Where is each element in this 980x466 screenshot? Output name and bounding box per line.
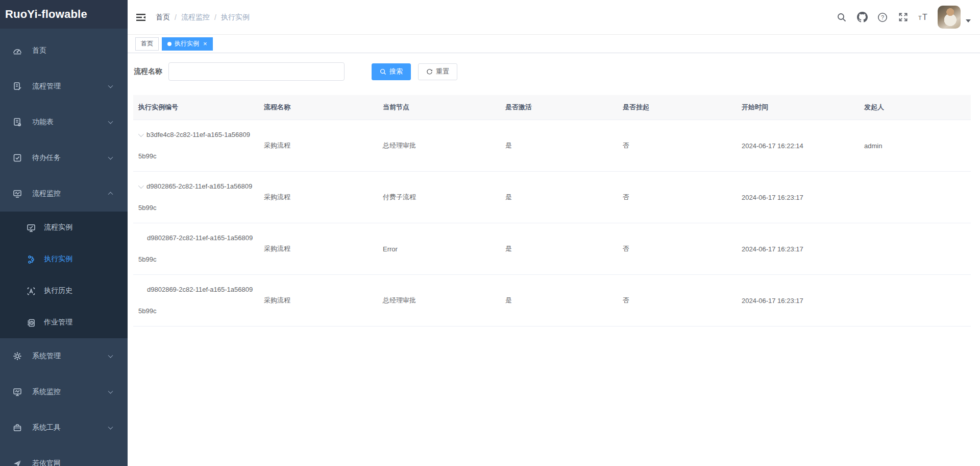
sidebar-item-label: 若依官网 (32, 459, 61, 466)
is-active-cell: 是 (500, 275, 618, 327)
is-suspended-cell: 否 (618, 120, 737, 172)
sidebar-item-system-tools[interactable]: 系统工具 (0, 410, 128, 446)
tag-label: 执行实例 (175, 39, 199, 48)
svg-text:T: T (918, 15, 922, 21)
breadcrumb-separator: / (214, 13, 216, 21)
sidebar-item-label: 系统监控 (32, 387, 61, 397)
start-time-cell: 2024-06-17 16:22:14 (737, 120, 859, 172)
sidebar-item-label: 执行历史 (44, 286, 72, 295)
chevron-down-icon (108, 425, 113, 430)
current-node-cell: 总经理审批 (378, 275, 500, 327)
col-header-start-time: 开始时间 (737, 95, 859, 120)
refresh-icon (426, 68, 433, 75)
current-node-cell: 付费子流程 (378, 172, 500, 223)
table-row: d9802869-2c82-11ef-a165-1a568095b99c 采购流… (133, 275, 971, 327)
navbar-actions: ? TT (831, 6, 971, 29)
tag-execution-instance[interactable]: 执行实例 × (162, 37, 213, 51)
checkbox-icon (13, 153, 22, 162)
history-icon (27, 287, 35, 295)
help-icon[interactable]: ? (872, 7, 893, 28)
search-icon (380, 68, 386, 75)
execution-instance-table: 执行实例编号 流程名称 当前节点 是否激活 是否挂起 开始时间 发起人 b3df… (133, 95, 971, 327)
sidebar-item-label: 首页 (32, 46, 46, 55)
process-name-cell: 采购流程 (259, 172, 378, 223)
sidebar-item-job-management[interactable]: 作业管理 (0, 307, 128, 338)
start-time-cell: 2024-06-17 16:23:17 (737, 223, 859, 275)
paper-plane-icon (13, 459, 22, 466)
initiator-cell (859, 223, 971, 275)
search-icon[interactable] (831, 7, 852, 28)
expand-row-icon[interactable] (138, 131, 144, 137)
reset-button-label: 重置 (436, 67, 449, 76)
sidebar-item-label: 流程管理 (32, 82, 61, 91)
svg-text:T: T (922, 13, 927, 21)
table-row: d9802867-2c82-11ef-a165-1a568095b99c 采购流… (133, 223, 971, 275)
execution-id: d9802867-2c82-11ef-a165-1a568095b99c (138, 234, 253, 263)
form-icon (13, 118, 22, 127)
sidebar-item-home[interactable]: 首页 (0, 33, 128, 68)
sidebar-toggle-icon[interactable] (135, 12, 146, 23)
breadcrumb-execution-instance: 执行实例 (221, 13, 250, 22)
tree-branch-icon (27, 255, 35, 263)
close-icon[interactable]: × (203, 40, 207, 47)
sidebar-item-official-site[interactable]: 若依官网 (0, 446, 128, 466)
sidebar-item-system-monitor[interactable]: 系统监控 (0, 374, 128, 410)
is-active-cell: 是 (500, 172, 618, 223)
is-suspended-cell: 否 (618, 223, 737, 275)
search-button-label: 搜索 (389, 67, 403, 76)
sidebar-submenu-process-monitor: 流程实例 执行实例 执行历史 (0, 212, 128, 338)
breadcrumb-process-monitor: 流程监控 (181, 13, 210, 22)
user-menu[interactable] (938, 6, 971, 29)
sidebar-item-process-instance[interactable]: 流程实例 (0, 212, 128, 243)
expand-row-icon[interactable] (138, 183, 144, 189)
app-logo[interactable]: RuoYi-flowable (0, 0, 128, 29)
monitor-check-icon (27, 223, 35, 231)
col-header-is-suspended: 是否挂起 (618, 95, 737, 120)
is-active-cell: 是 (500, 223, 618, 275)
sidebar-item-label: 功能表 (32, 118, 54, 127)
sidebar-item-todo-tasks[interactable]: 待办任务 (0, 140, 128, 176)
sidebar-item-execution-instance[interactable]: 执行实例 (0, 243, 128, 275)
search-button[interactable]: 搜索 (372, 63, 411, 80)
search-form: 流程名称 搜索 重置 (134, 62, 971, 81)
dashboard-icon (13, 46, 22, 55)
sidebar-item-label: 流程监控 (32, 189, 61, 198)
sidebar-item-label: 执行实例 (44, 254, 72, 264)
app-root: RuoYi-flowable 首页 流程管理 功能表 (0, 0, 980, 466)
font-size-icon[interactable]: TT (913, 7, 934, 28)
tags-view: 首页 执行实例 × (128, 35, 980, 53)
process-name-cell: 采购流程 (259, 120, 378, 172)
chevron-down-icon (108, 353, 113, 358)
sidebar-menu: 首页 流程管理 功能表 待办任务 (0, 29, 128, 466)
chevron-up-icon (108, 192, 113, 197)
process-name-cell: 采购流程 (259, 223, 378, 275)
process-name-input[interactable] (168, 62, 345, 81)
document-edit-icon (13, 82, 22, 91)
initiator-cell (859, 275, 971, 327)
sidebar-item-process-monitor[interactable]: 流程监控 (0, 176, 128, 212)
sidebar-item-process-management[interactable]: 流程管理 (0, 68, 128, 104)
sidebar-item-function-list[interactable]: 功能表 (0, 104, 128, 140)
col-header-is-active: 是否激活 (500, 95, 618, 120)
github-icon[interactable] (852, 7, 872, 28)
svg-text:?: ? (881, 14, 884, 20)
sidebar-item-execution-history[interactable]: 执行历史 (0, 275, 128, 307)
chevron-down-icon (108, 119, 113, 124)
tag-home[interactable]: 首页 (135, 37, 159, 51)
page-content: 流程名称 搜索 重置 (128, 53, 980, 466)
process-name-cell: 采购流程 (259, 275, 378, 327)
reset-button[interactable]: 重置 (418, 63, 457, 80)
sidebar-item-label: 流程实例 (44, 223, 72, 232)
col-header-execution-id: 执行实例编号 (133, 95, 259, 120)
sidebar-item-label: 系统工具 (32, 423, 61, 432)
is-suspended-cell: 否 (618, 172, 737, 223)
gear-icon (13, 352, 22, 361)
monitor-chart-icon (13, 189, 22, 198)
job-clock-icon (27, 318, 35, 327)
sidebar: RuoYi-flowable 首页 流程管理 功能表 (0, 0, 128, 466)
breadcrumb-home[interactable]: 首页 (156, 13, 170, 22)
initiator-cell (859, 172, 971, 223)
sidebar-item-label: 系统管理 (32, 352, 61, 361)
fullscreen-icon[interactable] (893, 7, 913, 28)
sidebar-item-system-management[interactable]: 系统管理 (0, 338, 128, 374)
